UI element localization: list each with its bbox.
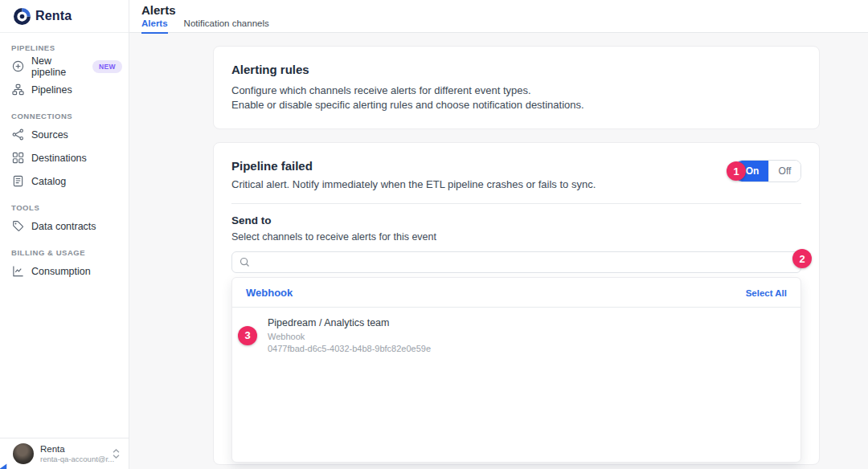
dropdown-group-label: Webhook — [246, 287, 293, 299]
sidebar-item-label: Consumption — [31, 266, 91, 277]
tag-icon — [11, 220, 24, 233]
plus-circle-icon — [11, 60, 24, 73]
brand-name: Renta — [35, 9, 72, 23]
search-icon — [240, 257, 250, 267]
tab-notification-channels[interactable]: Notification channels — [184, 18, 269, 34]
sidebar-item-label: Destinations — [31, 153, 87, 164]
pipeline-failed-description: Critical alert. Notify immediately when … — [231, 178, 596, 190]
alerting-rules-title: Alerting rules — [231, 63, 801, 76]
select-all-link[interactable]: Select All — [746, 288, 787, 298]
alerting-rules-desc-line2: Enable or disable specific alerting rule… — [231, 98, 801, 112]
alerting-rules-card: Alerting rules Configure which channels … — [213, 46, 820, 129]
sidebar: Renta PIPELINES New pipeline NEW Pipelin… — [0, 0, 129, 469]
main-content: Alerting rules Configure which channels … — [129, 33, 868, 469]
channel-option-type: Webhook — [268, 332, 431, 341]
pipelines-icon — [11, 84, 24, 96]
alerting-rules-desc-line1: Configure which channels receive alerts … — [231, 84, 801, 98]
sidebar-item-label: New pipeline — [31, 55, 85, 78]
channel-dropdown: Webhook Select All 3 Pipedream / Analyti… — [231, 277, 801, 463]
pipeline-failed-title: Pipeline failed — [231, 159, 596, 173]
sidebar-item-label: Catalog — [31, 176, 66, 187]
sidebar-item-catalog[interactable]: Catalog — [0, 169, 129, 193]
page-header: Alerts Alerts Notification channels — [129, 0, 868, 33]
sidebar-item-pipelines[interactable]: Pipelines — [0, 78, 129, 101]
channel-option-id: 0477fbad-d6c5-4032-b4b8-9bfc82e0e59e — [268, 345, 431, 353]
sidebar-item-destinations[interactable]: Destinations — [0, 146, 129, 169]
sidebar-nav: PIPELINES New pipeline NEW Pipelines CON… — [0, 33, 129, 438]
annotation-badge-3: 3 — [238, 326, 257, 345]
tab-bar: Alerts Notification channels — [141, 18, 868, 34]
brand-logo[interactable]: Renta — [0, 0, 129, 33]
account-name: Renta — [40, 443, 105, 455]
account-menu[interactable]: Renta renta-qa-account@r... — [0, 438, 129, 469]
document-icon — [11, 175, 24, 188]
channel-option-pipedream[interactable]: 3 Pipedream / Analytics team Webhook 047… — [232, 308, 800, 363]
sidebar-item-data-contracts[interactable]: Data contracts — [0, 214, 129, 238]
pipeline-failed-toggle: 1 On Off — [735, 160, 801, 182]
new-badge: NEW — [92, 60, 122, 73]
chart-icon — [11, 265, 24, 278]
section-label-pipelines: PIPELINES — [0, 43, 129, 55]
section-label-billing: BILLING & USAGE — [0, 248, 129, 259]
annotation-badge-2: 2 — [792, 249, 812, 268]
grid-icon — [11, 152, 24, 165]
sidebar-item-label: Pipelines — [31, 84, 72, 96]
chevron-up-down-icon — [112, 448, 121, 459]
account-email: renta-qa-account@r... — [40, 455, 105, 464]
channel-search-box[interactable] — [231, 251, 801, 273]
tab-alerts[interactable]: Alerts — [141, 18, 168, 34]
sidebar-item-label: Sources — [31, 129, 68, 141]
sidebar-item-consumption[interactable]: Consumption — [0, 259, 129, 283]
sidebar-item-sources[interactable]: Sources — [0, 123, 129, 146]
divider — [231, 203, 801, 204]
send-to-subtitle: Select channels to receive alerts for th… — [231, 231, 801, 243]
share-icon — [11, 128, 24, 141]
page-title: Alerts — [141, 0, 868, 17]
sidebar-item-label: Data contracts — [31, 221, 96, 232]
section-label-tools: TOOLS — [0, 203, 129, 214]
pipeline-failed-card: Pipeline failed Critical alert. Notify i… — [213, 142, 820, 465]
annotation-badge-1: 1 — [727, 161, 746, 181]
channel-search-input[interactable] — [256, 257, 800, 268]
channel-option-title: Pipedream / Analytics team — [268, 318, 431, 328]
toggle-off-button[interactable]: Off — [768, 161, 800, 181]
send-to-title: Send to — [231, 214, 801, 226]
sidebar-item-new-pipeline[interactable]: New pipeline NEW — [0, 55, 129, 78]
avatar — [13, 443, 34, 464]
channel-search: 2 — [231, 251, 801, 273]
section-label-connections: CONNECTIONS — [0, 112, 129, 123]
renta-logo-icon — [14, 8, 31, 25]
